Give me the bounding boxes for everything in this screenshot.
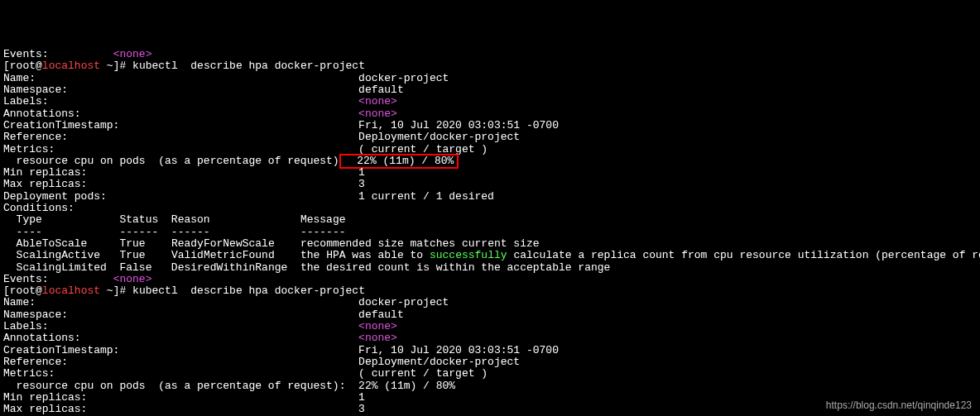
hostname: localhost bbox=[42, 285, 100, 297]
success-text: successfully bbox=[430, 249, 507, 261]
prompt-line-2[interactable]: [root@localhost ~]# kubectl describe hpa… bbox=[3, 285, 980, 297]
annotations-line: Annotations: <none> bbox=[3, 332, 980, 344]
resource-line-highlighted: resource cpu on pods (as a percentage of… bbox=[3, 155, 980, 167]
condition-row-1: AbleToScale True ReadyForNewScale recomm… bbox=[3, 238, 980, 250]
table-divider: ---- ------ ------ ------- bbox=[3, 227, 980, 238]
none-value: <none> bbox=[358, 320, 397, 332]
none-value: <none> bbox=[113, 273, 152, 285]
none-value: <none> bbox=[358, 95, 397, 108]
terminal-output: Events: <none>[root@localhost ~]# kubect… bbox=[0, 47, 980, 416]
condition-row-2: ScalingActive True ValidMetricFound the … bbox=[3, 250, 980, 261]
metrics-line: Metrics: ( current / target ) bbox=[3, 368, 980, 380]
reference-line: Reference: Deployment/docker-project bbox=[3, 131, 980, 143]
deployment-pods-line: Deployment pods: 1 current / 1 desired bbox=[3, 191, 980, 203]
none-value: <none> bbox=[113, 48, 152, 60]
resource-line: resource cpu on pods (as a percentage of… bbox=[3, 380, 980, 392]
namespace-line: Namespace: default bbox=[3, 84, 980, 96]
prompt-line-1[interactable]: [root@localhost ~]# kubectl describe hpa… bbox=[3, 60, 980, 72]
none-value: <none> bbox=[358, 332, 397, 344]
conditions-label: Conditions: bbox=[3, 203, 980, 214]
annotations-line: Annotations: <none> bbox=[3, 108, 980, 120]
name-line: Name: docker-project bbox=[3, 73, 980, 84]
command-text: kubectl describe hpa docker-project bbox=[126, 60, 365, 72]
min-replicas-line: Min replicas: 1 bbox=[3, 167, 980, 179]
events-line: Events: <none> bbox=[3, 274, 980, 285]
events-line-top: Events: <none> bbox=[3, 49, 980, 60]
labels-line: Labels: <none> bbox=[3, 321, 980, 332]
none-value: <none> bbox=[358, 108, 397, 120]
condition-row-3: ScalingLimited False DesiredWithinRange … bbox=[3, 262, 980, 274]
command-text: kubectl describe hpa docker-project bbox=[126, 285, 365, 297]
creation-line: CreationTimestamp: Fri, 10 Jul 2020 03:0… bbox=[3, 345, 980, 356]
metrics-line: Metrics: ( current / target ) bbox=[3, 144, 980, 155]
hostname: localhost bbox=[42, 60, 100, 72]
reference-line: Reference: Deployment/docker-project bbox=[3, 356, 980, 368]
name-line: Name: docker-project bbox=[3, 297, 980, 308]
labels-line: Labels: <none> bbox=[3, 96, 980, 108]
max-replicas-line: Max replicas: 3 bbox=[3, 179, 980, 190]
watermark-text: https://blog.csdn.net/qinqinde123 bbox=[826, 400, 972, 411]
table-header: Type Status Reason Message bbox=[3, 214, 980, 226]
creation-line: CreationTimestamp: Fri, 10 Jul 2020 03:0… bbox=[3, 120, 980, 131]
namespace-line: Namespace: default bbox=[3, 309, 980, 321]
